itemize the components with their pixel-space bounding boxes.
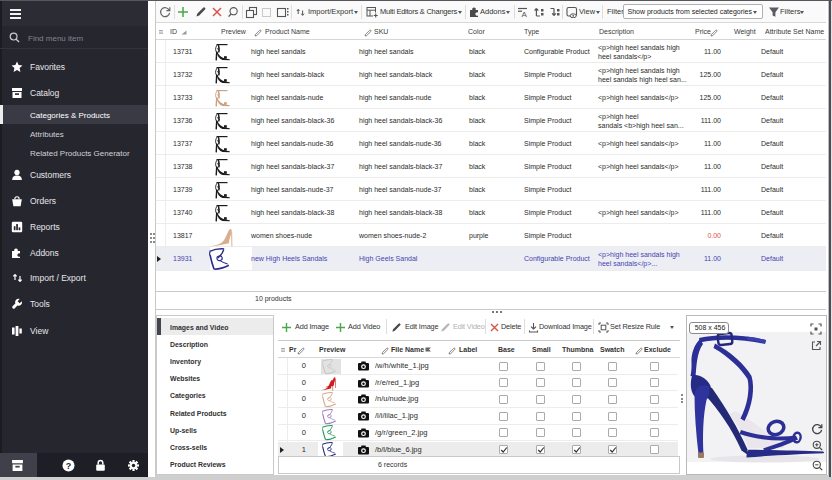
svg-text:A: A (521, 10, 527, 18)
svg-text:?: ? (66, 461, 72, 471)
